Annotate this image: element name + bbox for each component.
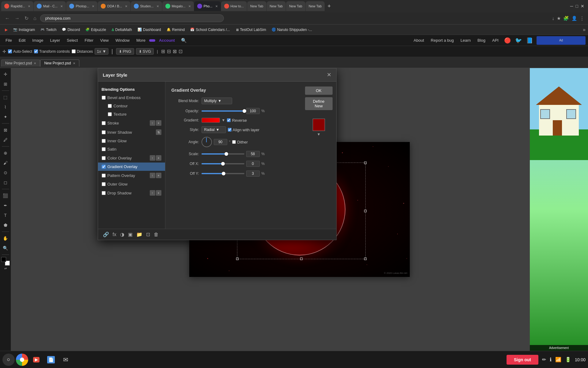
tab-pho[interactable]: Pho... ✕ xyxy=(194,1,221,11)
tool-crop[interactable]: ⊠ xyxy=(1,126,10,134)
menu-file[interactable]: File xyxy=(2,37,15,44)
menu-api[interactable]: API xyxy=(489,37,502,44)
tool-brush[interactable]: 🖌 xyxy=(1,159,10,167)
tab-nt3[interactable]: New Tab xyxy=(286,1,305,11)
auto-select-checkbox[interactable] xyxy=(8,49,12,53)
menu-about[interactable]: About xyxy=(411,37,427,44)
menu-window[interactable]: Window xyxy=(112,37,133,44)
bookmark-edpuzzle[interactable]: 🧩 Edpuzzle xyxy=(83,27,108,33)
bookmark-testout[interactable]: 🖥 TestOut LabSim xyxy=(233,27,269,33)
bookmark-discord[interactable]: 💬 Discord xyxy=(59,27,82,33)
taskbar-docs-icon[interactable]: 📄 xyxy=(44,353,58,366)
maximize-icon[interactable]: □ xyxy=(576,4,578,9)
tool-artboard[interactable]: ⊞ xyxy=(1,80,10,88)
menu-blog[interactable]: Blog xyxy=(474,37,488,44)
scale-input[interactable]: 58 xyxy=(246,151,260,157)
style-satin[interactable]: Satin xyxy=(98,145,165,153)
stroke-checkbox[interactable] xyxy=(102,121,106,125)
tab-nt1[interactable]: New Tab xyxy=(247,1,266,11)
inner-glow-checkbox[interactable] xyxy=(102,139,106,143)
dither-checkbox[interactable] xyxy=(232,140,236,144)
inner-shadow-ud-btn[interactable]: ⇅ xyxy=(156,129,161,135)
info-icon[interactable]: ℹ xyxy=(550,357,552,362)
tab-megalo[interactable]: Megalo... ✕ xyxy=(162,1,194,11)
doc-tab-1-close-icon[interactable]: ✕ xyxy=(34,62,36,65)
bookmarks-more-icon[interactable]: » xyxy=(583,27,586,33)
align-left-icon[interactable]: ⊞ xyxy=(161,48,165,54)
merge-icon[interactable]: ⊡ xyxy=(146,232,150,237)
tab-howto[interactable]: How to... xyxy=(221,1,247,11)
style-drop-shadow[interactable]: Drop Shadow ↑ + xyxy=(98,188,165,197)
style-pattern-overlay[interactable]: Pattern Overlay ↑ + xyxy=(98,171,165,180)
style-inner-glow[interactable]: Inner Glow xyxy=(98,137,165,145)
home-button[interactable]: ⌂ xyxy=(32,14,38,22)
menu-more[interactable]: More xyxy=(133,37,149,44)
bookmark-youtube[interactable]: ▶ xyxy=(2,27,10,33)
pattern-overlay-checkbox[interactable] xyxy=(102,174,106,178)
gradient-preview[interactable] xyxy=(202,118,220,123)
layer-color-swatch[interactable] xyxy=(313,119,325,131)
offx-slider-thumb[interactable] xyxy=(221,162,225,166)
doc-tab-2-close-icon[interactable]: ✕ xyxy=(73,62,75,65)
wifi-icon[interactable]: 📶 xyxy=(555,357,561,362)
menu-view[interactable]: View xyxy=(97,37,112,44)
opacity-input[interactable]: 100 xyxy=(246,108,260,114)
outer-glow-checkbox[interactable] xyxy=(102,182,106,186)
link-icon[interactable]: 🔗 xyxy=(103,232,109,237)
doc-tab-2[interactable]: New Project.psd ✕ xyxy=(40,59,79,67)
texture-checkbox[interactable] xyxy=(108,112,112,116)
tab-photop[interactable]: Photop... ✕ xyxy=(66,1,97,11)
export-svg-button[interactable]: ⬇ SVG xyxy=(136,48,154,55)
transform-controls-checkbox[interactable] xyxy=(34,49,38,53)
settings-icon[interactable]: ⋮ xyxy=(580,16,584,21)
refresh-button[interactable]: ↻ xyxy=(23,14,30,22)
bookmark-naruto[interactable]: 🌀 Naruto Shippuden -... xyxy=(269,27,315,33)
bookmark-dashboard[interactable]: 📊 Dashboard xyxy=(135,27,164,33)
style-outer-glow[interactable]: Outer Glow xyxy=(98,180,165,188)
angle-input[interactable]: 90 xyxy=(214,139,227,145)
forward-button[interactable]: → xyxy=(13,14,21,22)
drop-shadow-up-btn[interactable]: ↑ xyxy=(150,190,155,196)
offy-input[interactable]: 3 xyxy=(246,171,260,177)
offx-slider[interactable] xyxy=(202,163,244,164)
style-stroke[interactable]: Stroke ↑ + xyxy=(98,118,165,128)
distances-checkbox[interactable] xyxy=(72,49,76,53)
frame-icon[interactable]: ▣ xyxy=(128,232,133,237)
define-new-button[interactable]: Define New xyxy=(305,97,333,110)
gradient-overlay-checkbox[interactable] xyxy=(102,165,106,169)
offx-input[interactable]: 0 xyxy=(246,161,260,167)
download-icon[interactable]: ↓ xyxy=(552,16,555,21)
battery-icon[interactable]: 🔋 xyxy=(565,357,571,362)
tool-move[interactable]: ✛ xyxy=(1,70,10,79)
bookmark-icon[interactable]: ★ xyxy=(557,16,561,21)
tool-magic-wand[interactable]: ✦ xyxy=(1,113,10,121)
color-overlay-up-btn[interactable]: ↑ xyxy=(150,155,155,161)
drop-shadow-add-btn[interactable]: + xyxy=(156,190,161,196)
opacity-slider-thumb[interactable] xyxy=(243,109,246,113)
style-gradient-overlay[interactable]: Gradient Overlay xyxy=(98,163,165,171)
color-overlay-checkbox[interactable] xyxy=(102,156,106,160)
contour-checkbox[interactable] xyxy=(108,104,112,108)
trash-icon[interactable]: 🗑 xyxy=(154,232,159,237)
profile-icon[interactable]: 👤 xyxy=(571,16,577,21)
stroke-up-btn[interactable]: ↑ xyxy=(150,120,155,126)
tab-dda[interactable]: DDA I B... ✕ xyxy=(98,1,130,11)
bevel-emboss-checkbox[interactable] xyxy=(102,96,106,100)
scale-slider-thumb[interactable] xyxy=(224,152,228,156)
inner-shadow-checkbox[interactable] xyxy=(102,130,106,134)
contrast-icon[interactable]: ◑ xyxy=(120,232,124,237)
ok-button[interactable]: OK xyxy=(305,86,333,95)
style-inner-shadow[interactable]: Inner Shadow ⇅ xyxy=(98,128,165,137)
tab-rapidid[interactable]: RapidId... ✕ xyxy=(1,1,33,11)
reddit-icon[interactable]: 🔴 xyxy=(502,37,513,44)
menu-filter[interactable]: Filter xyxy=(81,37,96,44)
opacity-slider[interactable] xyxy=(202,110,244,112)
tool-heal[interactable]: ⊕ xyxy=(1,149,10,157)
tool-eyedropper[interactable]: 🖉 xyxy=(1,136,10,144)
pattern-overlay-up-btn[interactable]: ↑ xyxy=(150,173,155,178)
menu-report-bug[interactable]: Report a bug xyxy=(428,37,457,44)
address-input[interactable] xyxy=(40,14,224,22)
menu-search-icon[interactable]: 🔍 xyxy=(179,38,189,43)
sign-out-button[interactable]: Sign out xyxy=(507,355,538,365)
bookmark-school-calendars[interactable]: 📅 School Calendars /... xyxy=(188,27,232,33)
